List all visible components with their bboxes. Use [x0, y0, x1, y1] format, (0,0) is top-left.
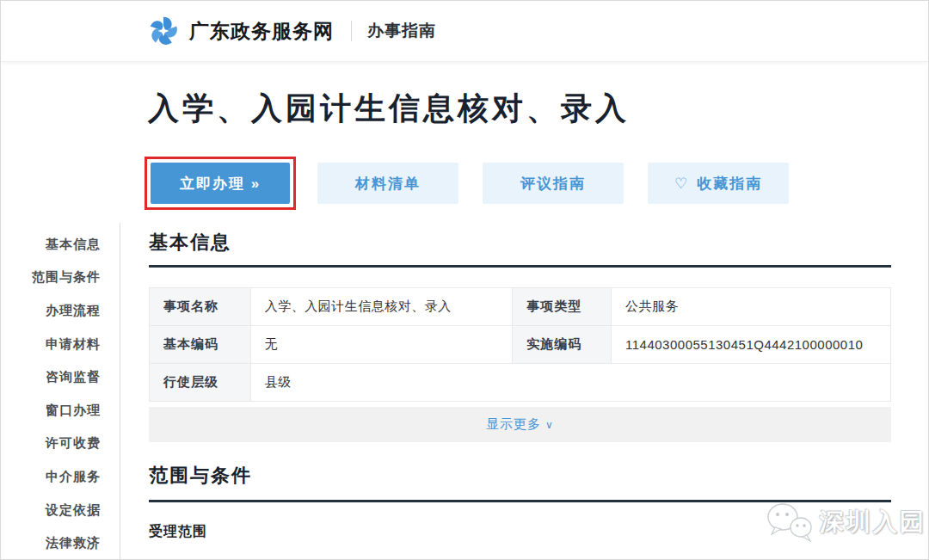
field-label-basic-code: 基本编码 [150, 326, 251, 364]
field-value-item-type: 公共服务 [612, 288, 891, 326]
table-row: 行使层级 县级 [150, 364, 891, 402]
heart-icon: ♡ [674, 175, 689, 193]
scope-conditions-rule [149, 500, 891, 502]
sidebar-item-legal-basis[interactable]: 设定依据 [1, 494, 120, 527]
basic-info-heading: 基本信息 [149, 230, 231, 255]
field-label-item-type: 事项类型 [513, 288, 612, 326]
acceptance-scope-label: 受理范围 [149, 523, 207, 541]
sidebar-item-legal-remedy[interactable]: 法律救济 [1, 526, 120, 560]
wechat-bubbles-icon [765, 500, 815, 545]
sidebar-item-materials[interactable]: 申请材料 [1, 328, 120, 361]
pinwheel-logo-icon [148, 15, 179, 46]
sidebar-item-consult-supervise[interactable]: 咨询监督 [1, 360, 120, 394]
section-nav-sidebar: 基本信息 范围与条件 办理流程 申请材料 咨询监督 窗口办理 许可收费 中介服务… [1, 223, 120, 560]
site-name: 广东政务服务网 [189, 18, 334, 45]
sidebar-item-scope-conditions[interactable]: 范围与条件 [1, 262, 120, 295]
table-row: 基本编码 无 实施编码 11440300055130451Q4442100000… [150, 326, 891, 364]
sidebar-item-process[interactable]: 办理流程 [1, 294, 120, 328]
watermark-text: 深圳入园 [820, 506, 926, 538]
show-more-label: 显示更多 [486, 416, 541, 433]
scope-conditions-heading: 范围与条件 [149, 463, 252, 489]
header-section-label: 办事指南 [367, 20, 436, 42]
material-list-button[interactable]: 材料清单 [317, 163, 458, 204]
red-highlight-box: 立即办理 » [145, 157, 296, 210]
apply-now-button[interactable]: 立即办理 » [151, 163, 290, 204]
sidebar-item-basic-info[interactable]: 基本信息 [1, 228, 120, 262]
field-label-item-name: 事项名称 [150, 288, 251, 326]
favorite-guide-label: 收藏指南 [697, 174, 762, 194]
field-label-impl-code: 实施编码 [513, 326, 612, 364]
table-row: 事项名称 入学、入园计生信息核对、录入 事项类型 公共服务 [150, 288, 891, 326]
field-value-impl-code: 11440300055130451Q4442100000010 [612, 326, 891, 364]
header: 广东政务服务网 办事指南 [1, 1, 928, 62]
sidebar-item-license-fees[interactable]: 许可收费 [1, 428, 120, 461]
basic-info-table: 事项名称 入学、入园计生信息核对、录入 事项类型 公共服务 基本编码 无 实施编… [149, 287, 891, 402]
site-logo[interactable]: 广东政务服务网 [148, 15, 334, 46]
header-divider [351, 21, 352, 41]
page-title: 入学、入园计生信息核对、录入 [148, 88, 630, 130]
basic-info-rule [149, 265, 891, 268]
sidebar-item-intermediary[interactable]: 中介服务 [1, 460, 120, 494]
field-label-exercise-level: 行使层级 [150, 364, 251, 402]
chevron-down-icon: ∨ [545, 419, 554, 431]
watermark: 深圳入园 [765, 500, 926, 545]
favorite-guide-button[interactable]: ♡ 收藏指南 [648, 163, 789, 204]
sidebar-item-window-service[interactable]: 窗口办理 [1, 394, 120, 428]
field-value-exercise-level: 县级 [250, 364, 890, 402]
field-value-basic-code: 无 [250, 326, 512, 364]
show-more-button[interactable]: 显示更多 ∨ [149, 407, 891, 442]
review-guide-button[interactable]: 评议指南 [483, 163, 624, 204]
field-value-item-name: 入学、入园计生信息核对、录入 [250, 288, 512, 326]
service-guide-page: 广东政务服务网 办事指南 入学、入园计生信息核对、录入 立即办理 » 材料清单 … [0, 0, 929, 560]
